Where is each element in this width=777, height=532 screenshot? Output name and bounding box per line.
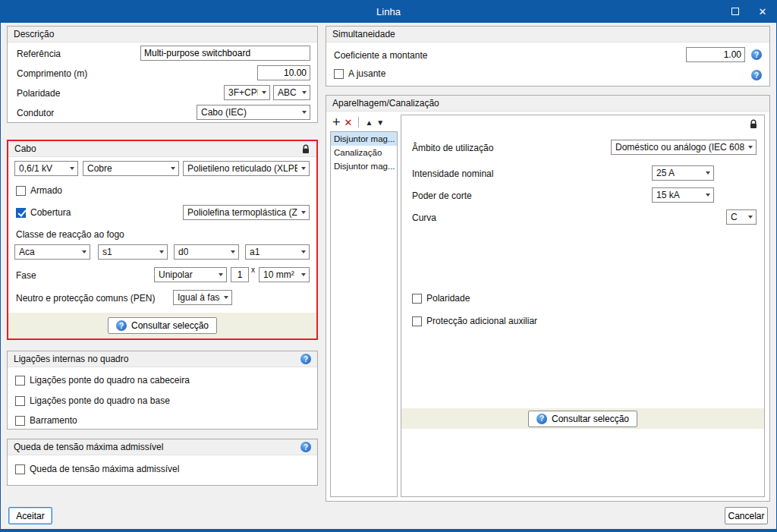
condutor-select[interactable]: Cabo (IEC) xyxy=(197,105,310,120)
classe-fogo-select-4[interactable]: a1 xyxy=(245,244,310,260)
checkbox-box xyxy=(412,294,422,304)
maximize-button[interactable] xyxy=(722,0,749,23)
fase-tipo-select[interactable]: Unipolar xyxy=(154,267,227,282)
device-panel: Âmbito de utilização Doméstico ou análog… xyxy=(401,115,765,497)
cobertura-label: Cobertura xyxy=(30,207,71,218)
cancelar-button[interactable]: Cancelar xyxy=(725,507,768,524)
chevron-down-icon xyxy=(702,166,713,180)
chevron-down-icon xyxy=(702,188,713,202)
ligacoes-header: Ligações internas no quadro ? xyxy=(8,351,317,367)
polaridade-select[interactable]: 3F+CPN xyxy=(224,85,270,100)
chevron-down-icon xyxy=(298,86,310,99)
help-icon[interactable]: ? xyxy=(751,49,762,60)
close-icon: ✕ xyxy=(759,6,767,17)
toolbar-separator xyxy=(358,117,359,127)
device-list-item[interactable]: Disjuntor mag... xyxy=(331,132,397,146)
move-up-icon[interactable]: ▲ xyxy=(365,118,373,127)
comprimento-input[interactable] xyxy=(257,65,310,80)
chevron-down-icon xyxy=(297,268,309,282)
linha-dialog: Linha ✕ Descrição Referência Comprimento… xyxy=(0,0,777,532)
curva-select[interactable]: C xyxy=(726,209,757,225)
help-icon[interactable]: ? xyxy=(300,354,311,364)
chevron-down-icon xyxy=(744,210,756,224)
descricao-title: Descrição xyxy=(14,29,54,39)
simultaneidade-title: Simultaneidade xyxy=(332,29,395,39)
checkbox-box xyxy=(334,69,344,79)
add-icon[interactable]: + xyxy=(332,115,341,129)
device-list-item[interactable]: Disjuntor mag... xyxy=(331,159,397,173)
comprimento-label: Comprimento (m) xyxy=(17,68,87,79)
chevron-down-icon xyxy=(297,245,309,259)
queda-checkbox[interactable]: Queda de tensão máxima admissível xyxy=(15,464,179,474)
isolamento-select[interactable]: Polietileno reticulado (XLPE) xyxy=(183,161,310,176)
aceitar-button[interactable]: Aceitar xyxy=(8,507,52,524)
chevron-down-icon xyxy=(297,206,309,219)
descricao-header: Descrição xyxy=(8,27,317,42)
polaridade-label: Polaridade xyxy=(17,88,60,99)
fase-label: Fase xyxy=(16,270,36,281)
device-toolbar: + ✕ ▲ ▼ xyxy=(332,115,384,130)
chevron-down-icon xyxy=(227,245,238,259)
consultar-seleccao-button[interactable]: ? Consultar selecção xyxy=(108,317,217,334)
chevron-down-icon xyxy=(220,291,231,304)
checkbox-box xyxy=(15,416,25,426)
lock-icon xyxy=(749,119,758,129)
classe-fogo-label: Classe de reacção ao fogo xyxy=(16,229,124,240)
fase-num-input[interactable] xyxy=(231,267,249,282)
fases-select[interactable]: ABC xyxy=(273,85,310,100)
chevron-down-icon xyxy=(167,162,178,175)
tensao-select[interactable]: 0,6/1 kV xyxy=(14,161,78,176)
fase-seccao-select[interactable]: 10 mm² xyxy=(259,267,310,282)
checkbox-box xyxy=(15,396,25,406)
help-icon[interactable]: ? xyxy=(300,442,311,452)
ligacoes-base-checkbox[interactable]: Ligações ponte do quadro na base xyxy=(15,395,170,406)
armado-label: Armado xyxy=(30,185,62,196)
device-list: Disjuntor mag... Canalização Disjuntor m… xyxy=(330,131,398,497)
ambito-select[interactable]: Doméstico ou análogo (IEC 60898) xyxy=(611,140,757,155)
ligacoes-title: Ligações internas no quadro xyxy=(14,354,128,364)
jusante-checkbox[interactable]: A jusante xyxy=(334,68,385,79)
multiplier-label: x xyxy=(251,266,255,274)
window-title: Linha xyxy=(1,6,776,17)
material-select[interactable]: Cobre xyxy=(83,161,179,176)
device-list-item[interactable]: Canalização xyxy=(331,146,397,159)
chevron-down-icon xyxy=(215,268,226,282)
queda-title: Queda de tensão máxima admissível xyxy=(14,442,163,452)
pen-select[interactable]: Igual à fase xyxy=(173,290,232,305)
coeficiente-input[interactable] xyxy=(686,47,745,62)
condutor-label: Condutor xyxy=(17,108,54,118)
referencia-input[interactable] xyxy=(140,46,310,61)
close-button[interactable]: ✕ xyxy=(749,0,776,23)
polaridade-checkbox[interactable]: Polaridade xyxy=(412,293,470,304)
consultar-seleccao-button[interactable]: ? Consultar selecção xyxy=(528,411,637,427)
checkbox-box xyxy=(15,464,25,474)
intensidade-label: Intensidade nominal xyxy=(412,168,493,179)
intensidade-select[interactable]: 25 A xyxy=(652,165,714,181)
classe-fogo-select-2[interactable]: s1 xyxy=(98,244,168,260)
ligacoes-cabeceira-checkbox[interactable]: Ligações ponte do quadro na cabeceira xyxy=(15,375,190,386)
checkbox-box xyxy=(412,316,422,326)
queda-group: Queda de tensão máxima admissível ? Qued… xyxy=(7,439,318,486)
delete-icon[interactable]: ✕ xyxy=(344,117,353,128)
checkbox-box xyxy=(16,186,26,196)
move-down-icon[interactable]: ▼ xyxy=(376,118,384,127)
maximize-icon xyxy=(731,8,739,15)
poder-corte-select[interactable]: 15 kA xyxy=(652,187,714,203)
classe-fogo-select-3[interactable]: d0 xyxy=(174,244,239,260)
chevron-down-icon xyxy=(298,105,310,119)
barramento-checkbox[interactable]: Barramento xyxy=(15,415,77,426)
aparelhagem-title: Aparelhagem/Canalização xyxy=(332,98,439,109)
chevron-down-icon xyxy=(744,140,756,154)
simultaneidade-header: Simultaneidade xyxy=(326,27,769,42)
titlebar: Linha ✕ xyxy=(1,0,776,23)
classe-fogo-select-1[interactable]: Aca xyxy=(14,244,90,260)
cabo-title: Cabo xyxy=(14,143,36,154)
cobertura-select[interactable]: Poliolefina termoplástica (Z1) xyxy=(183,205,310,220)
help-icon[interactable]: ? xyxy=(751,70,762,80)
help-icon: ? xyxy=(536,414,547,424)
referencia-label: Referência xyxy=(17,49,61,59)
coeficiente-label: Coeficiente a montante xyxy=(334,50,427,61)
proteccao-adicional-checkbox[interactable]: Protecção adicional auxiliar xyxy=(412,316,537,326)
cobertura-checkbox[interactable]: Cobertura xyxy=(16,207,71,218)
armado-checkbox[interactable]: Armado xyxy=(16,185,62,196)
